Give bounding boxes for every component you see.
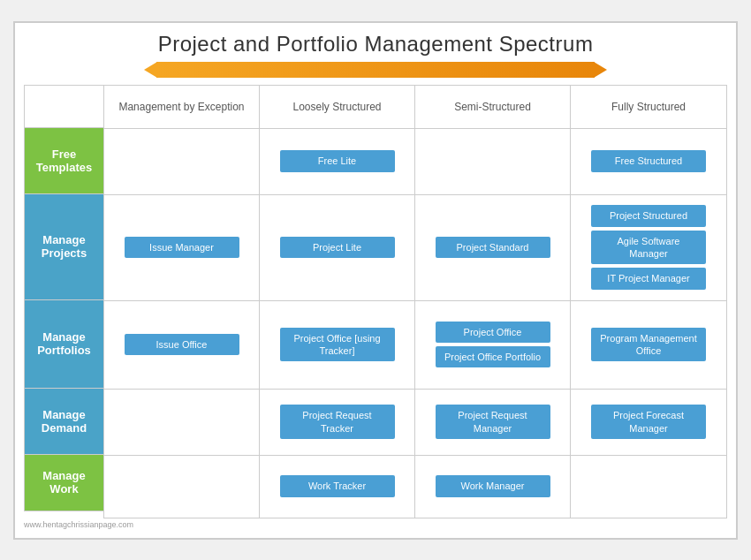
cell-1-2: Project Standard [415, 195, 571, 300]
btn-1-3-2[interactable]: IT Project Manager [591, 268, 706, 289]
cell-4-2: Work Manager [415, 456, 571, 518]
watermark: www.hentagchrissianpage.com [24, 520, 727, 529]
cell-3-0 [104, 390, 260, 455]
header-col1: Management by Exception [104, 86, 260, 128]
cell-2-1: Project Office [using Tracker] [260, 301, 415, 389]
data-row-3: Project Request TrackerProject Request M… [104, 390, 726, 456]
spectrum-arrow [156, 62, 595, 78]
btn-2-2-0[interactable]: Project Office [436, 322, 550, 343]
row-label-2: Manage Portfolios [24, 299, 103, 388]
cell-2-0: Issue Office [104, 301, 260, 389]
data-row-0: Free LiteFree Structured [104, 129, 726, 195]
cell-0-1: Free Lite [260, 129, 415, 194]
btn-4-1-0[interactable]: Work Tracker [280, 475, 395, 496]
cell-1-1: Project Lite [260, 195, 415, 300]
cell-0-3: Free Structured [571, 129, 726, 194]
grid-wrapper: Free TemplatesManage ProjectsManage Port… [24, 85, 727, 518]
cell-4-0 [104, 456, 260, 518]
btn-1-0-0[interactable]: Issue Manager [125, 237, 239, 258]
header-col2: Loosely Structured [260, 86, 415, 128]
btn-1-3-1[interactable]: Agile Software Manager [591, 231, 706, 265]
cell-2-2: Project OfficeProject Office Portfolio [415, 301, 571, 389]
row-label-3: Manage Demand [24, 388, 103, 454]
cell-0-0 [104, 129, 260, 194]
cell-0-2 [415, 129, 571, 194]
page-title: Project and Portfolio Management Spectru… [24, 32, 727, 57]
data-row-2: Issue OfficeProject Office [using Tracke… [104, 301, 726, 390]
cell-3-1: Project Request Tracker [260, 390, 415, 455]
btn-2-2-1[interactable]: Project Office Portfolio [436, 346, 550, 367]
btn-1-3-0[interactable]: Project Structured [591, 205, 706, 226]
btn-1-2-0[interactable]: Project Standard [436, 237, 550, 258]
btn-0-3-0[interactable]: Free Structured [591, 150, 706, 171]
data-row-1: Issue ManagerProject LiteProject Standar… [104, 195, 726, 301]
cell-1-0: Issue Manager [104, 195, 260, 300]
btn-3-3-0[interactable]: Project Forecast Manager [591, 405, 706, 439]
row-labels: Free TemplatesManage ProjectsManage Port… [24, 85, 103, 518]
cell-4-3 [571, 456, 726, 518]
header-col4: Fully Structured [571, 86, 726, 128]
label-spacer [24, 85, 103, 127]
cell-4-1: Work Tracker [260, 456, 415, 518]
btn-1-1-0[interactable]: Project Lite [280, 237, 395, 258]
data-row-4: Work TrackerWork Manager [104, 456, 726, 518]
cell-2-3: Program Management Office [571, 301, 726, 389]
main-container: Project and Portfolio Management Spectru… [13, 21, 738, 540]
header-row: Management by Exception Loosely Structur… [104, 86, 726, 129]
arrow-container [24, 62, 727, 78]
btn-0-1-0[interactable]: Free Lite [280, 150, 395, 171]
btn-2-3-0[interactable]: Program Management Office [591, 328, 706, 362]
cell-3-2: Project Request Manager [415, 390, 571, 455]
cell-1-3: Project StructuredAgile Software Manager… [571, 195, 726, 300]
btn-2-1-0[interactable]: Project Office [using Tracker] [280, 328, 395, 362]
row-label-0: Free Templates [24, 127, 103, 193]
main-grid: Management by Exception Loosely Structur… [103, 85, 727, 518]
row-label-4: Manage Work [24, 454, 103, 511]
btn-3-1-0[interactable]: Project Request Tracker [280, 405, 395, 439]
btn-2-0-0[interactable]: Issue Office [125, 334, 239, 355]
btn-4-2-0[interactable]: Work Manager [436, 475, 550, 496]
header-col3: Semi-Structured [415, 86, 571, 128]
btn-3-2-0[interactable]: Project Request Manager [436, 405, 550, 439]
row-label-1: Manage Projects [24, 193, 103, 299]
cell-3-3: Project Forecast Manager [571, 390, 726, 455]
